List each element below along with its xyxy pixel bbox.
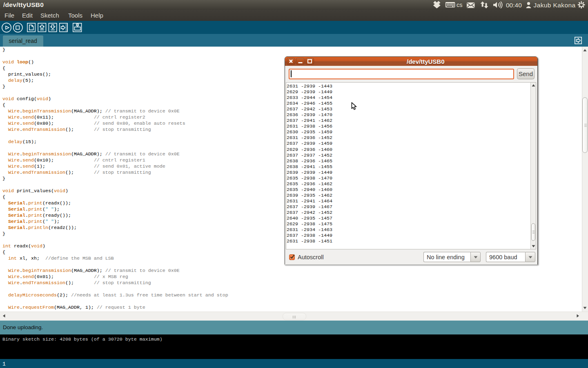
svg-text:00:40: 00:40: [506, 2, 522, 9]
svg-text:cs: cs: [457, 2, 463, 8]
svg-text:Jakub Kakona: Jakub Kakona: [534, 2, 576, 9]
